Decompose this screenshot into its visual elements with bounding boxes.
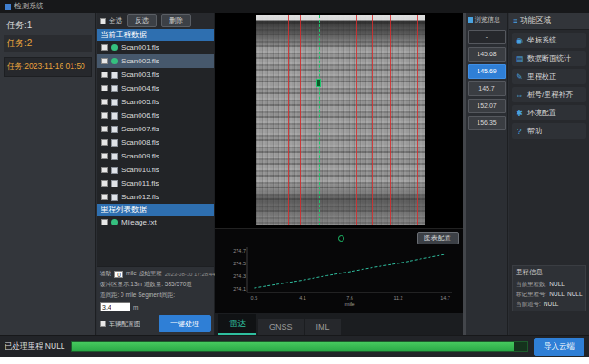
browse-value-button[interactable]: 145.7 <box>468 81 506 96</box>
file-row[interactable]: Scan010.fls <box>97 163 214 177</box>
function-item-label: 桩号/里程补齐 <box>527 90 573 100</box>
svg-text:274.7: 274.7 <box>233 248 246 254</box>
invert-select-button[interactable]: 反选 <box>127 14 157 27</box>
upload-cloud-button[interactable]: 导入云端 <box>534 338 584 356</box>
one-click-process-button[interactable]: 一键处理 <box>159 315 211 332</box>
svg-text:274.5: 274.5 <box>233 261 246 266</box>
function-item[interactable]: ◉坐标系统 <box>512 33 586 48</box>
file-status-icon <box>111 126 118 133</box>
file-row[interactable]: Scan007.fls <box>97 122 214 136</box>
browse-value-button[interactable]: 145.68 <box>468 47 506 62</box>
browse-value-list: -145.68145.69145.7152.07156.35 <box>466 30 507 130</box>
file-row[interactable]: Scan003.fls <box>97 68 214 81</box>
file-checkbox[interactable] <box>101 99 108 105</box>
function-item[interactable]: ⇔桩号/里程补齐 <box>512 87 586 102</box>
gear-icon: ✱ <box>515 109 524 118</box>
browse-panel: 浏览信息 -145.68145.69145.7152.07156.35 <box>466 13 508 335</box>
file-row[interactable]: Scan001.fls <box>97 41 214 54</box>
file-status-icon <box>111 99 118 106</box>
ruler-icon: ⇔ <box>515 91 524 100</box>
file-checkbox[interactable] <box>101 219 108 225</box>
file-status-icon <box>111 180 118 187</box>
elevation-chart-area: 图表配置 274.1274.3274.5274.70.54.17.611.214… <box>215 228 466 313</box>
red-marker-line <box>417 15 418 225</box>
file-row[interactable]: Scan002.fls <box>97 54 214 68</box>
task-item-2[interactable]: 任务:2 <box>4 35 92 52</box>
svg-text:274.1: 274.1 <box>233 286 246 292</box>
file-status-icon <box>111 85 118 92</box>
task-item-1[interactable]: 任务:1 <box>4 17 92 34</box>
file-status-icon <box>111 153 118 160</box>
file-toolbar: 全选 反选 删除 <box>97 13 214 29</box>
file-row[interactable]: Scan006.fls <box>97 109 214 122</box>
browse-value-button[interactable]: - <box>468 30 506 44</box>
file-name: Scan010.fls <box>121 166 159 174</box>
function-item[interactable]: ?帮助 <box>512 123 586 139</box>
file-status-icon <box>111 167 118 174</box>
function-panel: ≡ 功能区域 ◉坐标系统▤数据断面统计✎里程校正⇔桩号/里程补齐✱环境配置?帮助… <box>509 13 589 335</box>
radar-scan-area <box>215 13 466 228</box>
aux-value-box[interactable]: 0 <box>114 271 123 278</box>
red-marker-line <box>300 15 301 225</box>
chart-icon: ▤ <box>515 54 524 63</box>
red-marker-line <box>356 15 357 225</box>
function-item[interactable]: ✱环境配置 <box>512 105 586 120</box>
radar-bscan-image[interactable] <box>256 15 425 225</box>
viewer-tab-gnss[interactable]: GNSS <box>258 319 304 335</box>
viewer-tab-雷达[interactable]: 雷达 <box>218 314 256 335</box>
file-row[interactable]: Scan008.fls <box>97 136 214 149</box>
file-checkbox[interactable] <box>101 72 108 78</box>
function-header: 功能区域 <box>520 15 551 26</box>
select-all-checkbox[interactable] <box>100 18 106 24</box>
file-checkbox[interactable] <box>101 139 108 146</box>
aux-unit-label: mile 起始里程 <box>126 270 162 278</box>
file-status-icon <box>111 194 118 201</box>
file-row[interactable]: Scan009.fls <box>97 149 214 163</box>
viewer-tab-iml[interactable]: IML <box>305 319 341 335</box>
file-checkbox[interactable] <box>101 44 108 51</box>
mileage-file-list: Mileage.txt <box>97 216 214 266</box>
file-checkbox[interactable] <box>101 153 108 159</box>
vehicle-config-checkbox[interactable] <box>100 321 106 327</box>
file-row[interactable]: Mileage.txt <box>97 216 214 229</box>
red-marker-line <box>390 15 391 225</box>
browse-value-button[interactable]: 156.35 <box>468 116 506 130</box>
file-row[interactable]: Scan012.fls <box>97 190 214 204</box>
mileage-info-box: 里程信息 当前里程数:NULL标记里程号:NULLNULL当前道号:NULL <box>512 265 586 311</box>
svg-text:274.3: 274.3 <box>233 273 246 279</box>
file-name: Scan012.fls <box>121 193 159 201</box>
function-item-label: 里程校正 <box>527 72 556 81</box>
file-status-icon <box>111 44 118 51</box>
browse-value-button[interactable]: 152.07 <box>468 99 506 113</box>
file-row[interactable]: Scan005.fls <box>97 95 214 109</box>
file-checkbox[interactable] <box>101 112 108 119</box>
globe-icon: ◉ <box>515 36 524 45</box>
svg-text:14.7: 14.7 <box>440 295 450 301</box>
scan-file-list: Scan001.flsScan002.flsScan003.flsScan004… <box>97 41 214 204</box>
progress-label: 已处理里程 NULL <box>5 341 65 352</box>
segment-spacing-input[interactable] <box>100 302 130 311</box>
aux-label: 辅助 <box>100 270 111 278</box>
file-name: Scan001.fls <box>121 43 159 52</box>
red-marker-line <box>372 15 373 225</box>
menu-icon: ≡ <box>513 16 517 25</box>
browse-icon <box>468 17 473 23</box>
file-status-icon <box>111 139 118 147</box>
delete-button[interactable]: 删除 <box>161 14 191 27</box>
chart-config-button[interactable]: 图表配置 <box>417 232 459 244</box>
file-checkbox[interactable] <box>101 167 108 173</box>
task-timestamp[interactable]: 任务:2023-11-16 01:50 <box>4 57 92 77</box>
file-checkbox[interactable] <box>101 180 108 187</box>
file-row[interactable]: Scan004.fls <box>97 81 214 95</box>
browse-value-button[interactable]: 145.69 <box>468 64 506 79</box>
file-row[interactable]: Scan011.fls <box>97 177 214 190</box>
file-checkbox[interactable] <box>101 194 108 200</box>
file-checkbox[interactable] <box>101 85 108 91</box>
function-item[interactable]: ▤数据断面统计 <box>512 51 586 66</box>
file-checkbox[interactable] <box>101 58 108 64</box>
gain-label: 道间距: 0 mile Segment间距: <box>100 292 211 300</box>
file-name: Scan005.fls <box>121 98 159 106</box>
function-item[interactable]: ✎里程校正 <box>512 69 586 84</box>
file-checkbox[interactable] <box>101 126 108 132</box>
app-icon <box>5 4 11 10</box>
